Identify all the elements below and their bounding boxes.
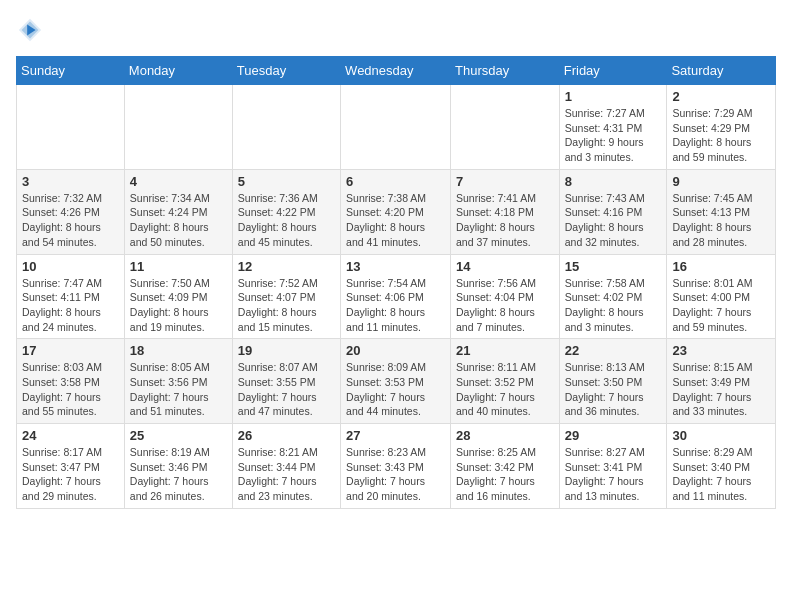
day-of-week-monday: Monday	[124, 57, 232, 85]
day-info: Sunrise: 8:23 AM Sunset: 3:43 PM Dayligh…	[346, 445, 445, 504]
day-number: 13	[346, 259, 445, 274]
day-info: Sunrise: 7:54 AM Sunset: 4:06 PM Dayligh…	[346, 276, 445, 335]
day-info: Sunrise: 8:19 AM Sunset: 3:46 PM Dayligh…	[130, 445, 227, 504]
day-number: 12	[238, 259, 335, 274]
calendar-cell: 14Sunrise: 7:56 AM Sunset: 4:04 PM Dayli…	[451, 254, 560, 339]
day-number: 9	[672, 174, 770, 189]
calendar-cell: 23Sunrise: 8:15 AM Sunset: 3:49 PM Dayli…	[667, 339, 776, 424]
day-number: 16	[672, 259, 770, 274]
calendar-cell: 19Sunrise: 8:07 AM Sunset: 3:55 PM Dayli…	[232, 339, 340, 424]
day-info: Sunrise: 7:34 AM Sunset: 4:24 PM Dayligh…	[130, 191, 227, 250]
calendar-cell: 29Sunrise: 8:27 AM Sunset: 3:41 PM Dayli…	[559, 424, 667, 509]
day-number: 11	[130, 259, 227, 274]
day-number: 18	[130, 343, 227, 358]
calendar-cell: 11Sunrise: 7:50 AM Sunset: 4:09 PM Dayli…	[124, 254, 232, 339]
day-info: Sunrise: 8:13 AM Sunset: 3:50 PM Dayligh…	[565, 360, 662, 419]
calendar-cell: 9Sunrise: 7:45 AM Sunset: 4:13 PM Daylig…	[667, 169, 776, 254]
day-info: Sunrise: 7:45 AM Sunset: 4:13 PM Dayligh…	[672, 191, 770, 250]
calendar-week-row: 1Sunrise: 7:27 AM Sunset: 4:31 PM Daylig…	[17, 85, 776, 170]
day-number: 6	[346, 174, 445, 189]
day-number: 17	[22, 343, 119, 358]
day-info: Sunrise: 8:15 AM Sunset: 3:49 PM Dayligh…	[672, 360, 770, 419]
calendar-cell	[341, 85, 451, 170]
day-info: Sunrise: 8:11 AM Sunset: 3:52 PM Dayligh…	[456, 360, 554, 419]
calendar-cell: 25Sunrise: 8:19 AM Sunset: 3:46 PM Dayli…	[124, 424, 232, 509]
day-number: 30	[672, 428, 770, 443]
day-info: Sunrise: 7:56 AM Sunset: 4:04 PM Dayligh…	[456, 276, 554, 335]
day-number: 25	[130, 428, 227, 443]
logo-icon	[16, 16, 44, 44]
calendar-cell: 18Sunrise: 8:05 AM Sunset: 3:56 PM Dayli…	[124, 339, 232, 424]
day-number: 7	[456, 174, 554, 189]
calendar-cell	[451, 85, 560, 170]
calendar-header-row: SundayMondayTuesdayWednesdayThursdayFrid…	[17, 57, 776, 85]
day-of-week-tuesday: Tuesday	[232, 57, 340, 85]
calendar-cell: 17Sunrise: 8:03 AM Sunset: 3:58 PM Dayli…	[17, 339, 125, 424]
calendar-cell: 22Sunrise: 8:13 AM Sunset: 3:50 PM Dayli…	[559, 339, 667, 424]
calendar-cell: 6Sunrise: 7:38 AM Sunset: 4:20 PM Daylig…	[341, 169, 451, 254]
day-info: Sunrise: 7:41 AM Sunset: 4:18 PM Dayligh…	[456, 191, 554, 250]
calendar-cell: 2Sunrise: 7:29 AM Sunset: 4:29 PM Daylig…	[667, 85, 776, 170]
day-of-week-friday: Friday	[559, 57, 667, 85]
day-number: 3	[22, 174, 119, 189]
day-of-week-saturday: Saturday	[667, 57, 776, 85]
day-number: 1	[565, 89, 662, 104]
day-number: 8	[565, 174, 662, 189]
day-info: Sunrise: 7:29 AM Sunset: 4:29 PM Dayligh…	[672, 106, 770, 165]
calendar-week-row: 24Sunrise: 8:17 AM Sunset: 3:47 PM Dayli…	[17, 424, 776, 509]
calendar-cell: 3Sunrise: 7:32 AM Sunset: 4:26 PM Daylig…	[17, 169, 125, 254]
calendar-cell: 8Sunrise: 7:43 AM Sunset: 4:16 PM Daylig…	[559, 169, 667, 254]
calendar-cell	[232, 85, 340, 170]
calendar-cell: 4Sunrise: 7:34 AM Sunset: 4:24 PM Daylig…	[124, 169, 232, 254]
day-info: Sunrise: 7:43 AM Sunset: 4:16 PM Dayligh…	[565, 191, 662, 250]
day-number: 21	[456, 343, 554, 358]
day-number: 23	[672, 343, 770, 358]
day-of-week-wednesday: Wednesday	[341, 57, 451, 85]
day-number: 5	[238, 174, 335, 189]
calendar-table: SundayMondayTuesdayWednesdayThursdayFrid…	[16, 56, 776, 509]
day-number: 20	[346, 343, 445, 358]
day-info: Sunrise: 8:25 AM Sunset: 3:42 PM Dayligh…	[456, 445, 554, 504]
day-info: Sunrise: 7:32 AM Sunset: 4:26 PM Dayligh…	[22, 191, 119, 250]
day-info: Sunrise: 8:07 AM Sunset: 3:55 PM Dayligh…	[238, 360, 335, 419]
day-info: Sunrise: 8:17 AM Sunset: 3:47 PM Dayligh…	[22, 445, 119, 504]
calendar-week-row: 3Sunrise: 7:32 AM Sunset: 4:26 PM Daylig…	[17, 169, 776, 254]
calendar-cell: 20Sunrise: 8:09 AM Sunset: 3:53 PM Dayli…	[341, 339, 451, 424]
calendar-cell	[17, 85, 125, 170]
logo	[16, 16, 48, 44]
day-number: 14	[456, 259, 554, 274]
day-info: Sunrise: 7:58 AM Sunset: 4:02 PM Dayligh…	[565, 276, 662, 335]
day-number: 22	[565, 343, 662, 358]
calendar-cell: 27Sunrise: 8:23 AM Sunset: 3:43 PM Dayli…	[341, 424, 451, 509]
calendar-cell: 1Sunrise: 7:27 AM Sunset: 4:31 PM Daylig…	[559, 85, 667, 170]
day-number: 4	[130, 174, 227, 189]
day-info: Sunrise: 8:29 AM Sunset: 3:40 PM Dayligh…	[672, 445, 770, 504]
day-info: Sunrise: 8:27 AM Sunset: 3:41 PM Dayligh…	[565, 445, 662, 504]
day-number: 28	[456, 428, 554, 443]
calendar-cell: 16Sunrise: 8:01 AM Sunset: 4:00 PM Dayli…	[667, 254, 776, 339]
calendar-cell: 10Sunrise: 7:47 AM Sunset: 4:11 PM Dayli…	[17, 254, 125, 339]
day-info: Sunrise: 8:21 AM Sunset: 3:44 PM Dayligh…	[238, 445, 335, 504]
calendar-cell: 26Sunrise: 8:21 AM Sunset: 3:44 PM Dayli…	[232, 424, 340, 509]
calendar-cell: 28Sunrise: 8:25 AM Sunset: 3:42 PM Dayli…	[451, 424, 560, 509]
calendar-week-row: 10Sunrise: 7:47 AM Sunset: 4:11 PM Dayli…	[17, 254, 776, 339]
calendar-cell: 7Sunrise: 7:41 AM Sunset: 4:18 PM Daylig…	[451, 169, 560, 254]
day-info: Sunrise: 7:52 AM Sunset: 4:07 PM Dayligh…	[238, 276, 335, 335]
day-info: Sunrise: 7:36 AM Sunset: 4:22 PM Dayligh…	[238, 191, 335, 250]
day-number: 26	[238, 428, 335, 443]
day-number: 15	[565, 259, 662, 274]
day-number: 10	[22, 259, 119, 274]
day-number: 27	[346, 428, 445, 443]
calendar-cell: 5Sunrise: 7:36 AM Sunset: 4:22 PM Daylig…	[232, 169, 340, 254]
day-info: Sunrise: 7:50 AM Sunset: 4:09 PM Dayligh…	[130, 276, 227, 335]
calendar-cell: 13Sunrise: 7:54 AM Sunset: 4:06 PM Dayli…	[341, 254, 451, 339]
day-number: 29	[565, 428, 662, 443]
calendar-week-row: 17Sunrise: 8:03 AM Sunset: 3:58 PM Dayli…	[17, 339, 776, 424]
day-of-week-sunday: Sunday	[17, 57, 125, 85]
day-of-week-thursday: Thursday	[451, 57, 560, 85]
calendar-cell: 24Sunrise: 8:17 AM Sunset: 3:47 PM Dayli…	[17, 424, 125, 509]
day-info: Sunrise: 8:03 AM Sunset: 3:58 PM Dayligh…	[22, 360, 119, 419]
day-info: Sunrise: 7:47 AM Sunset: 4:11 PM Dayligh…	[22, 276, 119, 335]
calendar-cell: 21Sunrise: 8:11 AM Sunset: 3:52 PM Dayli…	[451, 339, 560, 424]
day-info: Sunrise: 8:09 AM Sunset: 3:53 PM Dayligh…	[346, 360, 445, 419]
